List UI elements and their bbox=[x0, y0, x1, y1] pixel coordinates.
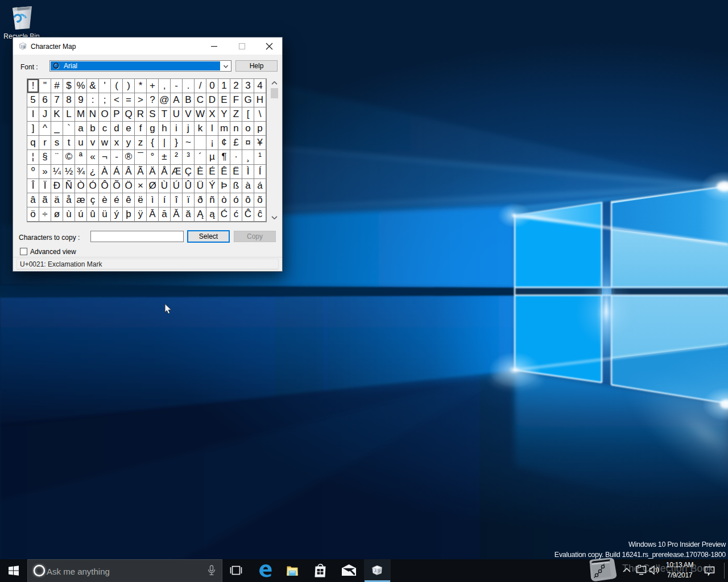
svg-text:P: P bbox=[378, 569, 381, 574]
svg-text:λ: λ bbox=[20, 44, 23, 48]
svg-text:λ: λ bbox=[374, 568, 377, 573]
